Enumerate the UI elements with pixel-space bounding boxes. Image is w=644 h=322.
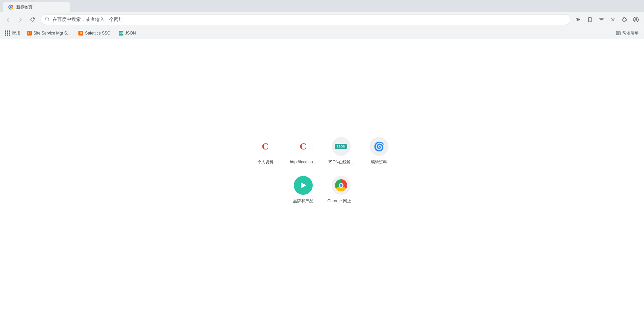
- weibo-icon-container: 🌀: [369, 137, 388, 156]
- reload-button[interactable]: [27, 14, 38, 25]
- json-label: JSON: [125, 31, 136, 36]
- new-tab-page: C 个人资料 C http://localho... JSON JSON在线解.…: [0, 39, 644, 322]
- profile-button[interactable]: [630, 14, 641, 25]
- share-button[interactable]: [573, 14, 584, 25]
- toolbar-actions: [573, 14, 641, 25]
- bookmark-json[interactable]: JSON JSON: [115, 29, 139, 38]
- shortcuts-row-1: C 个人资料 C http://localho... JSON JSON在线解.…: [249, 134, 395, 168]
- safettice-label: Safettice SSO: [85, 31, 110, 36]
- profile-icon-container: C: [256, 137, 275, 156]
- site-service-label: Site Service Mgr S...: [33, 31, 70, 36]
- svg-point-1: [10, 6, 12, 8]
- browser-frame: 新标签页: [0, 0, 644, 39]
- localhost-label: http://localho...: [290, 159, 316, 165]
- bookmark-site-service[interactable]: H Site Service Mgr S...: [24, 29, 74, 38]
- apps-menu-button[interactable]: 应用: [3, 29, 22, 38]
- profile-icon: C: [256, 137, 275, 156]
- toolbar: [0, 12, 644, 27]
- back-button[interactable]: [3, 14, 14, 25]
- chrome-web-label: Chrome 网上...: [328, 198, 355, 204]
- reader-icon: [616, 30, 621, 36]
- apps-label: 应用: [12, 30, 20, 36]
- shortcuts-container: C 个人资料 C http://localho... JSON JSON在线解.…: [249, 134, 395, 207]
- filter-button[interactable]: [596, 14, 607, 25]
- reader-mode-button[interactable]: 阅读清单: [613, 29, 641, 38]
- bookmark-button[interactable]: [585, 14, 595, 25]
- apps-grid-icon: [5, 30, 10, 36]
- address-input[interactable]: [52, 17, 566, 22]
- shortcut-json-online[interactable]: JSON JSON在线解...: [325, 134, 357, 168]
- shortcut-weibo[interactable]: 🌀 编辑资料: [363, 134, 395, 168]
- tab-title: 新标签页: [16, 4, 32, 10]
- localhost-icon: C: [294, 137, 313, 156]
- search-icon: [45, 17, 50, 22]
- shortcut-brand[interactable]: 品牌和产品: [287, 173, 319, 207]
- shortcut-localhost[interactable]: C http://localho...: [287, 134, 319, 168]
- forward-button[interactable]: [15, 14, 26, 25]
- profile-label: 个人资料: [257, 159, 273, 165]
- json-online-icon: JSON: [335, 144, 347, 149]
- play-icon: [301, 182, 306, 188]
- active-tab[interactable]: 新标签页: [3, 2, 70, 12]
- svg-point-5: [635, 18, 637, 20]
- reader-mode-label: 阅读清单: [622, 30, 639, 36]
- json-favicon: JSON: [119, 31, 123, 36]
- weibo-icon: 🌀: [374, 141, 384, 152]
- shortcuts-row-2: 品牌和产品 Chrome 网上...: [287, 173, 357, 207]
- localhost-icon-container: C: [294, 137, 313, 156]
- json-online-icon-container: JSON: [332, 137, 351, 156]
- address-bar[interactable]: [41, 14, 570, 25]
- safettice-favicon: H: [78, 31, 83, 36]
- shortcut-chrome-web[interactable]: Chrome 网上...: [325, 173, 357, 207]
- json-online-label: JSON在线解...: [328, 159, 354, 165]
- close-x-button[interactable]: [607, 14, 618, 25]
- bookmarks-bar: 应用 H Site Service Mgr S... H Safettice S…: [0, 27, 644, 39]
- brand-label: 品牌和产品: [293, 198, 313, 204]
- chrome-web-icon-container: [332, 176, 351, 195]
- chrome-web-icon: [335, 179, 347, 191]
- svg-rect-3: [576, 18, 577, 21]
- bookmark-safettice[interactable]: H Safettice SSO: [75, 29, 114, 38]
- brand-icon-container: [294, 176, 313, 195]
- extensions-button[interactable]: [619, 14, 630, 25]
- tab-bar: 新标签页: [0, 0, 644, 12]
- site-service-favicon: H: [27, 31, 32, 36]
- shortcut-profile[interactable]: C 个人资料: [249, 134, 282, 168]
- weibo-label: 编辑资料: [371, 159, 387, 165]
- tab-favicon: [8, 4, 14, 10]
